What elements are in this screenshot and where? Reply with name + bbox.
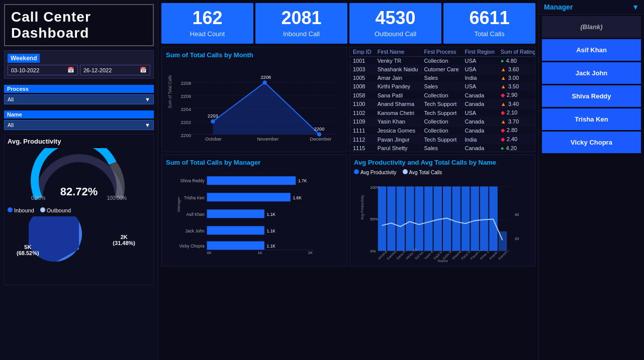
line-chart-box: Sum of Total Calls by Month 2200 2202 22… [161, 47, 347, 152]
svg-rect-31 [207, 209, 264, 218]
cell-name: Venky TR [375, 57, 421, 65]
name-select[interactable]: All ▼ [4, 120, 154, 130]
col-region: First Region [462, 47, 498, 57]
kpi-outbound-number: 4530 [353, 9, 437, 27]
manager-item[interactable]: Jack John [542, 62, 641, 84]
gauge-max: 100.00% [107, 195, 127, 201]
svg-text:Shiva Reddy: Shiva Reddy [180, 178, 205, 183]
cell-region: USA [462, 108, 498, 117]
center-panel: 162 Head Count 2081 Inbound Call 4530 Ou… [158, 0, 538, 360]
table-row[interactable]: 1003 Shashank Naidu Cutomer Care USA ▲3.… [350, 65, 535, 74]
kpi-inbound-label: Inbound Call [259, 30, 343, 38]
table-row[interactable]: 1005 Amar Jain Sales India ▲3.00 [350, 74, 535, 82]
cell-empid: 1111 [350, 126, 375, 135]
kpi-total-label: Total Calls [447, 30, 531, 38]
table-row[interactable]: 1008 Kirthi Pandey Sales USA ▲3.50 [350, 82, 535, 91]
cell-rating: ●4.80 [498, 57, 535, 65]
svg-text:1.1K: 1.1K [267, 212, 276, 217]
svg-text:20: 20 [515, 236, 519, 241]
svg-rect-33 [207, 226, 264, 234]
date-start-input[interactable]: 03-10-2022 📅 [8, 65, 78, 75]
svg-text:Jessica: Jessica [377, 250, 388, 260]
bar-chart-box: Sum of Total Calls by Manager Shiva Redd… [161, 154, 347, 267]
cell-process: Collection [421, 57, 462, 65]
svg-text:Vicky Chopra: Vicky Chopra [179, 244, 205, 249]
col-firstname: First Name [375, 47, 421, 57]
svg-text:2208: 2208 [180, 81, 191, 86]
col-rating: Sum of Rating [498, 47, 535, 57]
svg-text:Name: Name [437, 259, 448, 262]
svg-text:2202: 2202 [180, 120, 191, 125]
manager-item[interactable]: Asif Khan [542, 39, 641, 61]
manager-dropdown-icon[interactable]: ▼ [632, 3, 639, 11]
svg-text:October: October [205, 137, 222, 142]
left-panel: Call Center Dashboard Weekend 03-10-2022… [0, 0, 158, 360]
cell-rating: ▲3.70 [498, 117, 535, 126]
cell-name: Anand Sharma [375, 100, 421, 108]
cell-empid: 1001 [350, 57, 375, 65]
svg-text:40: 40 [515, 212, 519, 217]
svg-text:December: December [310, 137, 331, 142]
table-row[interactable]: 1111 Jessica Gomes Collection Canada ◆2.… [350, 126, 535, 135]
right-panel: Manager ▼ (Blank)Asif KhanJack JohnShiva… [538, 0, 644, 360]
svg-rect-29 [207, 193, 291, 201]
cell-region: India [462, 135, 498, 144]
table-row[interactable]: 1001 Venky TR Collection USA ●4.80 [350, 57, 535, 65]
table-row[interactable]: 1112 Pavan Jingur Tech Support India ◆2.… [350, 135, 535, 144]
cell-rating: ▲3.40 [498, 100, 535, 108]
manager-item[interactable]: Shiva Reddy [542, 85, 641, 107]
cell-rating: ▲3.50 [498, 82, 535, 91]
kpi-row: 162 Head Count 2081 Inbound Call 4530 Ou… [158, 0, 538, 47]
table-row[interactable]: 1115 Parul Shetty Sales Canada ●4.20 [350, 144, 535, 152]
date-end-input[interactable]: 26-12-2022 📅 [80, 65, 150, 75]
cell-process: Collection [421, 117, 462, 126]
cell-name: Kanoma Chetri [375, 108, 421, 117]
cell-rating: ◆2.80 [498, 126, 535, 135]
table-row[interactable]: 1109 Yasin Khan Collection Canada ▲3.70 [350, 117, 535, 126]
cell-process: Collection [421, 126, 462, 135]
center-mid: Sum of Total Calls by Month 2200 2202 22… [158, 47, 538, 152]
svg-rect-52 [387, 186, 396, 251]
svg-point-14 [317, 132, 321, 136]
kpi-inbound: 2081 Inbound Call [255, 3, 347, 44]
process-filter-group: Process All ▼ [4, 85, 154, 104]
manager-title: Manager [544, 3, 573, 11]
table-row[interactable]: 1058 Sana Patil Collection Canada ◆2.90 [350, 91, 535, 100]
manager-item[interactable]: Vicky Chopra [542, 132, 641, 153]
svg-text:0%: 0% [370, 249, 376, 254]
process-label: Process [4, 85, 154, 93]
kpi-total-number: 6611 [447, 9, 531, 27]
gauge-chart: 0.00% 82.72% 100.00% [29, 148, 129, 203]
cell-empid: 1100 [350, 100, 375, 108]
process-select[interactable]: All ▼ [4, 94, 154, 104]
cell-region: India [462, 74, 498, 82]
svg-rect-51 [378, 186, 387, 251]
productivity-chart: 100% 50% 0% 40 20 [354, 177, 531, 262]
manager-item[interactable]: Trisha Ken [542, 108, 641, 130]
manager-item[interactable]: (Blank) [542, 16, 641, 38]
svg-rect-35 [207, 242, 264, 250]
cell-empid: 1102 [350, 108, 375, 117]
cell-name: Kirthi Pandey [375, 82, 421, 91]
cell-region: USA [462, 65, 498, 74]
svg-text:Manager: Manager [176, 197, 181, 212]
svg-text:2204: 2204 [180, 107, 191, 112]
dashboard-title: Call Center Dashboard [4, 4, 154, 46]
cell-region: Canada [462, 91, 498, 100]
svg-text:1.1K: 1.1K [267, 228, 276, 233]
pie-inbound-label: 2K (31.48%) [113, 234, 135, 246]
employee-table: Emp ID First Name First Process First Re… [350, 47, 535, 152]
table-scroll[interactable]: Emp ID First Name First Process First Re… [350, 47, 535, 152]
cell-name: Parul Shetty [375, 144, 421, 152]
cell-process: Cutomer Care [421, 65, 462, 74]
prod-legend-calls: Avg Total Calls [403, 169, 442, 175]
table-row[interactable]: 1100 Anand Sharma Tech Support Canada ▲3… [350, 100, 535, 108]
cell-rating: ◆2.10 [498, 108, 535, 117]
table-row[interactable]: 1102 Kanoma Chetri Tech Support USA ◆2.1… [350, 108, 535, 117]
svg-text:1.1K: 1.1K [267, 244, 276, 249]
line-chart: 2200 2202 2204 2206 2208 Sum of Total Ca… [166, 62, 343, 142]
kpi-headcount-label: Head Count [165, 30, 249, 38]
name-label: Name [4, 110, 154, 118]
employee-table-box: Emp ID First Name First Process First Re… [349, 47, 535, 152]
kpi-headcount-number: 162 [165, 9, 249, 27]
